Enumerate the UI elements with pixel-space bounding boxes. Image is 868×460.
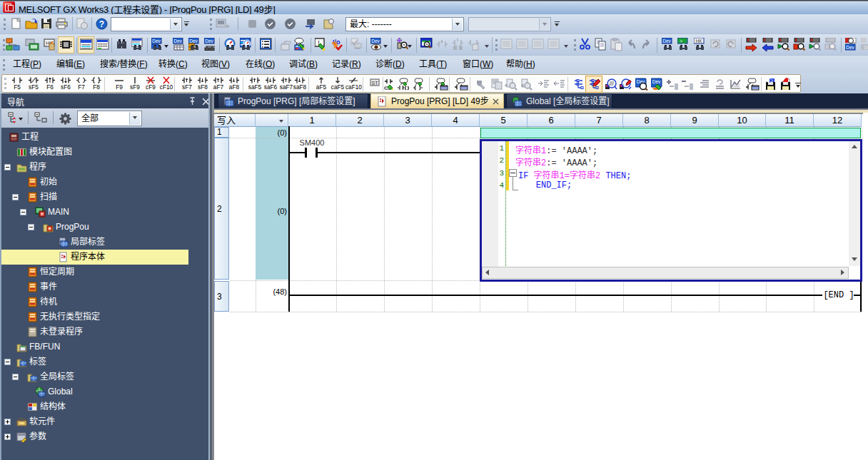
svg-text:Dev: Dev — [189, 39, 198, 44]
svg-text:Dev: Dev — [371, 39, 380, 44]
svg-text:Dev: Dev — [205, 39, 213, 44]
svg-text:ST: ST — [372, 81, 379, 86]
svg-text:HK: HK — [695, 39, 702, 44]
svg-text:?: ? — [99, 19, 104, 29]
svg-text:De: De — [864, 45, 868, 50]
svg-text:Dev: Dev — [846, 45, 854, 50]
svg-text:Dev: Dev — [652, 79, 661, 84]
svg-text:Dev: Dev — [173, 39, 182, 44]
svg-text:>_: >_ — [680, 39, 685, 44]
svg-text:Dev: Dev — [152, 39, 161, 44]
svg-text:Dev: Dev — [662, 39, 671, 44]
